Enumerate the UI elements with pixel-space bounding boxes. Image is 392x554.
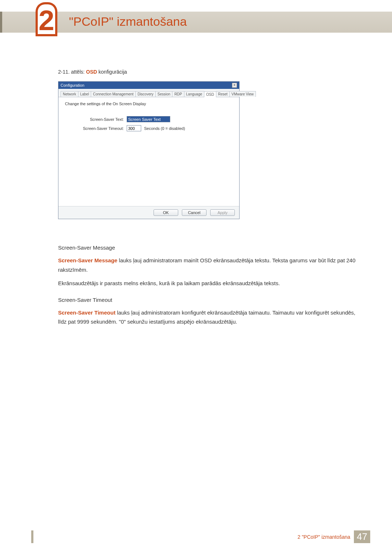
heading-screen-saver-message: Screen-Saver Message [58,245,363,251]
dialog-body: Change the settings of the On Screen Dis… [58,97,239,206]
label-screen-saver-timeout: Screen-Saver Timeout: [65,126,127,131]
dialog-intro: Change the settings of the On Screen Dis… [65,102,233,106]
row-screen-saver-text: Screen-Saver Text: [65,116,233,122]
chapter-badge: 2 [36,2,57,36]
close-icon[interactable]: × [232,83,237,88]
para-3-lead: Screen-Saver Timeout [58,309,115,316]
apply-button[interactable]: Apply [210,209,235,216]
tab-language[interactable]: Language [184,91,205,97]
para-2: Ekrānsaudzētājs ir parasts melns ekrāns,… [58,279,363,288]
input-screen-saver-text[interactable] [127,116,170,122]
tab-label[interactable]: Label [78,91,91,97]
tab-discovery[interactable]: Discovery [135,91,156,97]
tab-connection-management[interactable]: Connection Management [91,91,136,97]
figure-caption: 2-11. attēls: OSD konfigurācija [58,69,363,75]
input-screen-saver-timeout[interactable] [127,125,141,131]
page-footer: 2 "PCoIP" izmantošana 47 [0,530,392,543]
para-3: Screen-Saver Timeout lauks ļauj administ… [58,308,363,327]
label-screen-saver-text: Screen-Saver Text: [65,117,127,122]
figure-prefix: 2-11. attēls: [58,69,86,75]
configuration-dialog: Configuration × Network Label Connection… [58,81,240,219]
tab-vmware-view[interactable]: VMware View [229,91,256,97]
footer-chapter-text: 2 "PCoIP" izmantošana [298,534,350,540]
dialog-tabs: Network Label Connection Management Disc… [58,89,239,97]
footer-side-strip [31,530,33,543]
para-1: Screen-Saver Message lauks ļauj administ… [58,256,363,274]
tab-session[interactable]: Session [155,91,173,97]
figure-suffix: konfigurācija [97,69,127,75]
cancel-button[interactable]: Cancel [182,209,207,216]
ok-button[interactable]: OK [154,209,178,216]
tab-network[interactable]: Network [61,91,78,97]
header-accent [0,12,2,33]
chapter-title: "PCoIP" izmantošana [69,15,187,29]
chapter-number: 2 [38,6,54,34]
page-content: 2-11. attēls: OSD konfigurācija Configur… [58,69,363,331]
page-number: 47 [354,530,370,543]
tab-reset[interactable]: Reset [216,91,230,97]
dialog-titlebar: Configuration × [58,82,239,89]
timeout-suffix: Seconds (0 = disabled) [144,126,185,131]
dialog-title: Configuration [61,83,84,87]
tab-rdp[interactable]: RDP [172,91,184,97]
dialog-footer: OK Cancel Apply [58,206,239,219]
figure-highlight: OSD [86,69,97,75]
header-bar [0,12,392,33]
heading-screen-saver-timeout: Screen-Saver Timeout [58,297,363,303]
row-screen-saver-timeout: Screen-Saver Timeout: Seconds (0 = disab… [65,125,233,131]
para-1-lead: Screen-Saver Message [58,257,117,263]
tab-osd[interactable]: OSD [204,91,216,97]
